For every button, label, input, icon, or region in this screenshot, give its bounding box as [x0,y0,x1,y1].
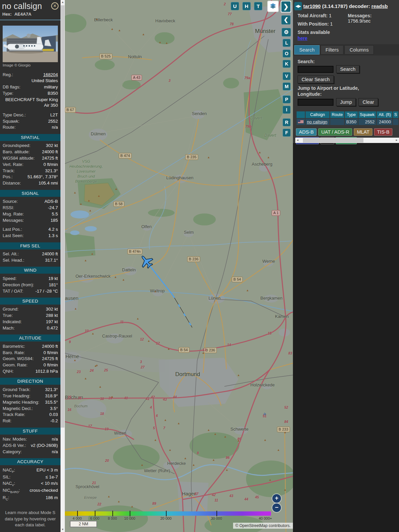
tab-search[interactable]: Search [294,45,320,55]
legend-mlat[interactable]: MLAT [354,128,372,136]
info-row: BEECHCRAFT Super King Air 350 [0,96,61,109]
open-right-panel-icon[interactable]: ❯ [281,1,291,12]
scrollbar-thumb[interactable] [61,5,65,428]
app-title-bar: ◀▶ tar1090 (3.14.1787) decoder: readsb [293,0,399,11]
panel-tabs: SearchFiltersColumns [293,44,399,56]
panel-toggle-icon[interactable]: ◀▶ [294,2,302,10]
scroll-down-icon[interactable]: ▼ [61,527,65,532]
column-header-Squawk[interactable]: Squawk [358,111,376,118]
data-row: NICBARO:cross-checked [0,487,61,494]
map-button-m[interactable]: M [283,82,291,90]
section-header: WIND [0,267,61,274]
data-row: Roll:-0.2 [0,418,61,424]
jump-button[interactable]: Jump [336,98,356,106]
data-row: NACP:EPU < 3 m [0,467,61,474]
legend-uat[interactable]: UAT / ADS-R [318,128,352,136]
map-button-l[interactable]: L [283,39,291,47]
zoom-in-button[interactable]: + [272,494,281,503]
data-row: Mach:0.472 [0,325,61,331]
section-header: ACCURACY [0,458,61,465]
with-position-value: 1 [330,21,333,27]
collapse-left-panel-icon[interactable]: ❮ [281,15,291,25]
selected-callsign-title: no callsign [2,1,42,11]
search-input[interactable] [298,66,333,73]
data-row: Pos.:51.663°, 7.378° [0,174,61,180]
search-button[interactable]: Search [336,65,359,73]
aircraft-list-panel: ◀▶ tar1090 (3.14.1787) decoder: readsb T… [293,0,399,532]
altitude-tick-label: 8 000 [102,516,122,520]
map-button-k[interactable]: K [283,60,291,68]
map-canvas[interactable]: BillerbeckHavixbeckMünsterNottulnDülmenS… [65,0,293,532]
scrollbar-thumb[interactable] [303,138,363,143]
layers-icon[interactable] [268,1,278,11]
map-button-u[interactable]: U [231,2,239,10]
altitude-tick [216,511,217,516]
data-row: Track:321.3° [0,168,61,174]
table-row[interactable]: no callsignB350255224000 [297,119,398,125]
table-horizontal-scrollbar[interactable]: ◄ ► [295,138,399,143]
altitude-tick [166,511,167,516]
section-header: ALTITUDE [0,334,61,341]
clear-search-button[interactable]: Clear Search [298,75,334,83]
data-row: Distance:105.4 nmi [0,180,61,187]
map-button-f[interactable]: F [283,129,291,137]
jump-input[interactable] [298,99,333,106]
app-title-link[interactable]: tar1090 [303,3,321,9]
section-header: FMS SEL [0,242,61,249]
aircraft-photo[interactable] [3,26,58,62]
data-row: Messages:185 [0,217,61,223]
info-row: United States [0,78,61,84]
settings-gear-icon[interactable]: ⚙ [282,28,291,37]
decoder-link[interactable]: readsb [371,3,388,9]
map-button-t[interactable]: T [254,2,262,10]
info-row: Squawk:2552 [0,118,61,124]
search-label: Search: [293,56,399,65]
section-header: SPEED [0,298,61,305]
registration-link[interactable]: 168204 [43,72,58,77]
data-row: Ground:302 kt [0,306,61,313]
callsign-cell[interactable]: no callsign [306,119,330,125]
map-button-o[interactable]: O [283,50,291,58]
column-header-Type[interactable]: Type [345,111,357,118]
close-icon[interactable]: ✕ [51,2,59,10]
map-attribution[interactable]: © OpenStreetMap contributors. [233,523,293,529]
column-header-Callsign[interactable]: Callsign [306,111,330,118]
tab-columns[interactable]: Columns [344,45,373,55]
data-row: Geom. WGS84:24725 ft [0,356,61,362]
legend-tisb[interactable]: TIS-B [374,128,392,136]
total-aircraft-value: 1 [329,13,332,18]
map-button-r[interactable]: R [283,118,291,126]
data-row: Magnetic Decl.:3.5° [0,405,61,412]
aircraft-info-rows: Reg.:168204United StatesDB flags:militar… [0,71,61,131]
jump-clear-button[interactable]: Clear [358,98,378,106]
stats-here-link[interactable]: here [293,35,312,42]
column-header-S[interactable]: S [393,111,398,118]
jump-label: Jump to Airport or Latitude, Longitude: [293,83,369,98]
altitude-tick-label: 20 000 [156,516,176,520]
column-header-Route[interactable]: Route [330,111,344,118]
sidebar-scrollbar[interactable]: ▲ ▼ [61,0,65,532]
column-header-Alt. (ft)[interactable]: Alt. (ft) [377,111,392,118]
map-button-i[interactable]: I [283,106,291,114]
info-row: Route:n/a [0,124,61,131]
type-cell: B350 [345,119,357,125]
panel-toggle-backing: ❯ [281,1,291,13]
divider [0,20,61,20]
tab-filters[interactable]: Filters [321,45,343,55]
map-button-h[interactable]: H [242,2,251,10]
info-row: Type Desc.:L2T [0,112,61,118]
zoom-out-button[interactable]: − [272,503,281,512]
legend-adsb[interactable]: ADS-B [296,128,317,136]
data-row: Speed:19 kt [0,275,61,282]
data-row: Ground Track:321.3° [0,386,61,393]
stats-available-text: Stats available [293,30,399,35]
scroll-left-icon[interactable]: ◄ [295,138,300,143]
column-header-flag[interactable] [297,111,305,118]
section-header: DIRECTION [0,378,61,385]
data-row: QNH:1012.8 hPa [0,368,61,375]
scroll-right-icon[interactable]: ► [394,138,399,143]
scroll-up-icon[interactable]: ▲ [61,0,65,5]
map-button-p[interactable]: P [283,95,291,103]
altitude-tick [77,511,78,516]
map-button-v[interactable]: V [283,72,291,80]
